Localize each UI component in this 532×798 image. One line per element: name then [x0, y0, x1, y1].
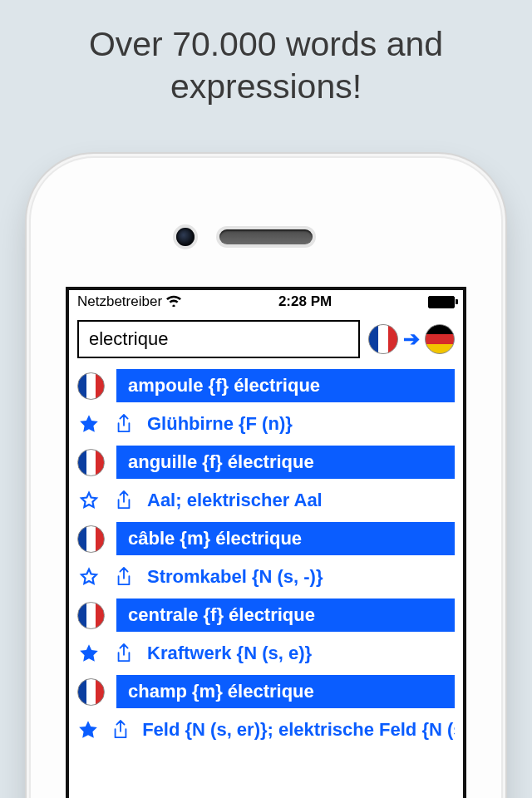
france-flag-icon: [77, 449, 105, 476]
germany-flag-icon: [425, 324, 455, 354]
translation-term: Kraftwerk {N (s, e)}: [147, 643, 312, 664]
share-icon[interactable]: [112, 413, 135, 435]
source-term: champ {m} électrique: [116, 675, 455, 708]
clock-label: 2:28 PM: [182, 293, 428, 310]
translation-term: Stromkabel {N (s, -)}: [147, 566, 323, 588]
favorite-star-icon[interactable]: [77, 719, 99, 741]
results-list: ampoule {f} électriqueGlühbirne {F (n)}a…: [69, 367, 463, 749]
search-row: ➔: [69, 313, 463, 367]
phone-frame: Netzbetreiber 2:28 PM ➔ ampoule {f} élec…: [31, 158, 501, 798]
share-icon[interactable]: [112, 566, 135, 588]
source-row[interactable]: câble {m} électrique: [69, 520, 463, 558]
favorite-star-icon[interactable]: [77, 643, 101, 664]
france-flag-icon: [77, 602, 105, 629]
source-term: ampoule {f} électrique: [116, 369, 455, 402]
translation-row[interactable]: Glühbirne {F (n)}: [69, 405, 463, 443]
share-icon[interactable]: [112, 643, 135, 664]
source-row[interactable]: ampoule {f} électrique: [69, 367, 463, 405]
share-icon[interactable]: [111, 719, 131, 741]
translation-term: Aal; elektrischer Aal: [147, 490, 323, 511]
phone-earpiece: [219, 229, 313, 244]
favorite-star-icon[interactable]: [77, 413, 101, 435]
source-row[interactable]: champ {m} électrique: [69, 672, 463, 711]
translation-row[interactable]: Stromkabel {N (s, -)}: [69, 558, 463, 596]
source-row[interactable]: anguille {f} électrique: [69, 443, 463, 481]
share-icon[interactable]: [112, 490, 135, 511]
phone-camera: [176, 228, 195, 246]
phone-screen: Netzbetreiber 2:28 PM ➔ ampoule {f} élec…: [66, 287, 466, 798]
translation-row[interactable]: Feld {N (s, er)}; elektrische Feld {N (s…: [69, 711, 463, 749]
search-input[interactable]: [77, 320, 360, 358]
favorite-star-icon[interactable]: [77, 566, 101, 588]
france-flag-icon: [77, 678, 105, 706]
translation-term: Glühbirne {F (n)}: [147, 413, 293, 435]
wifi-icon: [165, 293, 182, 311]
france-flag-icon: [368, 324, 398, 354]
france-flag-icon: [77, 525, 105, 553]
translation-row[interactable]: Kraftwerk {N (s, e)}: [69, 634, 463, 672]
arrow-right-icon: ➔: [403, 328, 420, 351]
source-term: anguille {f} électrique: [116, 446, 455, 479]
favorite-star-icon[interactable]: [77, 490, 101, 511]
source-term: centrale {f} électrique: [116, 598, 455, 632]
promo-headline: Over 70.000 words and expressions!: [0, 0, 532, 109]
france-flag-icon: [77, 372, 105, 400]
status-bar: Netzbetreiber 2:28 PM: [69, 290, 463, 313]
source-term: câble {m} électrique: [116, 522, 455, 555]
battery-icon: [428, 296, 455, 308]
language-direction-button[interactable]: ➔: [368, 324, 455, 354]
translation-row[interactable]: Aal; elektrischer Aal: [69, 481, 463, 520]
source-row[interactable]: centrale {f} électrique: [69, 596, 463, 634]
carrier-label: Netzbetreiber: [77, 293, 162, 310]
translation-term: Feld {N (s, er)}; elektrische Feld {N (s…: [142, 719, 455, 741]
